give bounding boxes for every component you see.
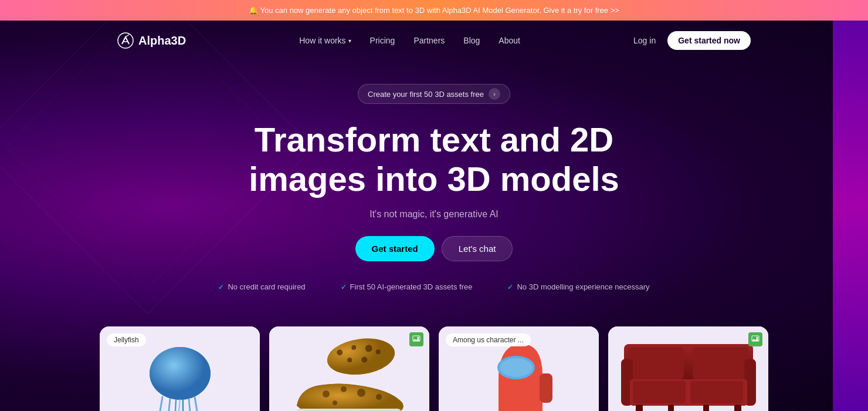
sneaker-visual: [291, 335, 408, 411]
check-icon: ✓: [218, 283, 224, 291]
nav-links: How it works ▾ Pricing Partners Blog Abo…: [299, 36, 520, 45]
svg-rect-45: [636, 405, 643, 411]
nav-pricing[interactable]: Pricing: [370, 36, 395, 45]
check-icon-3: ✓: [507, 283, 513, 291]
card-sneaker-inner: [269, 326, 429, 411]
nav-how-it-works[interactable]: How it works ▾: [299, 36, 351, 45]
svg-line-8: [189, 399, 192, 411]
svg-rect-27: [297, 409, 401, 411]
lets-chat-button[interactable]: Let's chat: [442, 236, 513, 261]
svg-line-10: [177, 399, 180, 411]
svg-point-36: [757, 337, 758, 339]
navigation: Alpha3D How it works ▾ Pricing Partners …: [0, 21, 868, 60]
svg-point-30: [500, 358, 533, 377]
announcement-bar[interactable]: 🔔 You can now generate any object from t…: [0, 0, 868, 21]
nav-blog[interactable]: Blog: [463, 36, 480, 45]
couch-image-icon: [748, 332, 762, 346]
sneaker-image-icon: [409, 332, 423, 346]
hero-badge-text: Create your first 50 3D assets free: [368, 90, 484, 99]
logo[interactable]: Alpha3D: [117, 32, 186, 49]
nav-partners[interactable]: Partners: [413, 36, 445, 45]
svg-line-5: [167, 399, 170, 411]
svg-point-26: [333, 400, 337, 405]
svg-rect-44: [690, 381, 743, 403]
feature-no-credit-card-text: No credit card required: [228, 282, 305, 291]
announcement-text: You can now generate any object from tex…: [260, 6, 619, 15]
check-icon-2: ✓: [341, 283, 347, 291]
login-button[interactable]: Log in: [633, 36, 656, 45]
nav-actions: Log in Get started now: [633, 31, 751, 50]
couch-visual: [621, 341, 756, 411]
jellyfish-label: Jellyfish: [107, 333, 146, 346]
svg-rect-38: [628, 347, 684, 379]
card-among-us: Among us character ...: [439, 326, 599, 411]
hero-badge[interactable]: Create your first 50 3D assets free ›: [358, 84, 510, 104]
feature-no-credit-card: ✓ No credit card required: [218, 282, 305, 291]
card-sneaker: [269, 326, 429, 411]
svg-rect-28: [540, 373, 552, 403]
svg-point-23: [341, 386, 347, 392]
svg-rect-43: [633, 381, 686, 403]
logo-icon: [117, 32, 134, 49]
svg-marker-12: [413, 338, 420, 341]
hero-features: ✓ No credit card required ✓ First 50 AI-…: [12, 282, 856, 291]
card-among-inner: Among us character ...: [439, 326, 599, 411]
svg-rect-39: [693, 347, 748, 379]
chevron-down-icon: ▾: [348, 38, 351, 44]
svg-point-3: [150, 347, 211, 400]
svg-point-22: [323, 390, 330, 397]
hero-badge-arrow-icon: ›: [489, 88, 500, 100]
svg-point-25: [376, 394, 382, 400]
cards-section: Jellyfish: [0, 309, 868, 411]
nav-about[interactable]: About: [499, 36, 520, 45]
feature-50-assets-text: First 50 AI-generated 3D assets free: [350, 282, 473, 291]
feature-50-assets: ✓ First 50 AI-generated 3D assets free: [341, 282, 473, 291]
jellyfish-visual: [142, 329, 218, 411]
hero-section: Create your first 50 3D assets free › Tr…: [0, 60, 868, 309]
svg-line-4: [157, 397, 162, 411]
svg-point-13: [418, 337, 419, 339]
hero-title: Transform text and 2D images into 3D mod…: [229, 120, 639, 198]
announcement-emoji: 🔔: [249, 6, 258, 15]
svg-rect-47: [668, 405, 674, 411]
svg-point-24: [357, 389, 365, 397]
hero-buttons: Get started Let's chat: [12, 236, 856, 261]
logo-text: Alpha3D: [138, 34, 186, 48]
card-couch: [608, 326, 768, 411]
svg-point-15: [324, 335, 396, 379]
feature-no-experience-text: No 3D modelling experience necessary: [517, 282, 649, 291]
card-jellyfish: Jellyfish: [100, 326, 260, 411]
svg-point-0: [118, 33, 133, 48]
get-started-button[interactable]: Get started: [355, 236, 435, 261]
hero-subtitle: It's not magic, it's generative AI: [12, 209, 856, 220]
svg-line-9: [195, 397, 201, 411]
svg-line-1: [126, 35, 129, 37]
among-us-label: Among us character ...: [446, 333, 531, 346]
svg-rect-46: [734, 405, 741, 411]
svg-rect-48: [703, 405, 709, 411]
card-couch-inner: [608, 326, 768, 411]
feature-no-experience: ✓ No 3D modelling experience necessary: [507, 282, 649, 291]
get-started-nav-button[interactable]: Get started now: [667, 31, 751, 50]
card-jellyfish-inner: Jellyfish: [100, 326, 260, 411]
svg-line-6: [174, 400, 176, 411]
